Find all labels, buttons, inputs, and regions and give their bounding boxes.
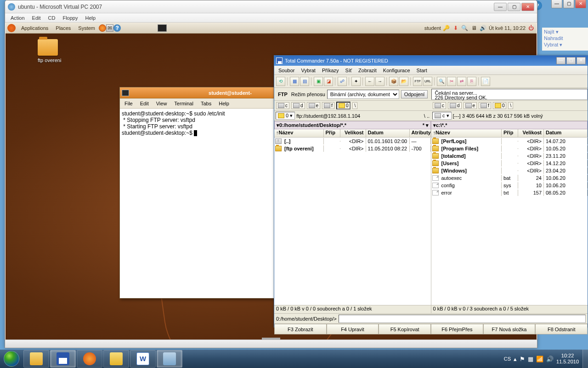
col-name[interactable]: ↑Název <box>431 129 502 137</box>
vpc-minimize-button[interactable]: — <box>494 3 507 11</box>
shutdown-icon[interactable]: ⏻ <box>527 24 535 32</box>
col-size[interactable]: Velikost <box>518 129 544 137</box>
host-find-link[interactable]: Najít ▾ <box>544 29 586 35</box>
search-icon[interactable]: 🔍 <box>461 24 469 32</box>
drive-c-right[interactable]: c <box>433 102 446 109</box>
tb-sync-icon[interactable]: ⇄ <box>457 77 466 86</box>
term-menu-tabs[interactable]: Tabs <box>197 100 215 107</box>
drive-e-left[interactable]: e <box>307 102 321 109</box>
taskbtn-outlook[interactable] <box>23 350 49 368</box>
help-launcher-icon[interactable]: ? <box>113 24 121 32</box>
col-ext[interactable]: Příp <box>502 129 518 137</box>
tc-menu-start[interactable]: Start <box>413 67 430 74</box>
gnome-menu-applications[interactable]: Applications <box>17 25 52 31</box>
taskbtn-firefox[interactable] <box>77 350 102 368</box>
drive-c-left[interactable]: c <box>276 102 289 109</box>
update-icon[interactable]: ⬇ <box>452 24 459 32</box>
drive-f-right[interactable]: f <box>479 102 491 109</box>
vpc-close-button[interactable]: ✕ <box>521 3 534 11</box>
monitor-icon[interactable]: 🖥 <box>470 24 478 32</box>
tb-pack-icon[interactable]: 📦 <box>389 77 398 86</box>
fkey-f6[interactable]: F6 PřejmPřes <box>431 324 483 334</box>
mail-launcher-icon[interactable]: ✉ <box>106 24 113 32</box>
tray-arrow-icon[interactable]: ▴ <box>514 356 517 362</box>
table-row[interactable]: configsys1010.06.20 <box>431 182 588 189</box>
tb-back-icon[interactable]: ← <box>365 77 374 86</box>
tb-view-full-icon[interactable]: ▤ <box>300 77 309 86</box>
tray-clock[interactable]: 10:22 11.5.2010 <box>556 353 579 365</box>
table-row[interactable]: [totalcmd]<DIR>23.11.20 <box>431 152 588 160</box>
col-attr[interactable]: Atributy <box>410 129 431 137</box>
tc-menu-zobrazit[interactable]: Zobrazit <box>355 67 380 74</box>
tray-network-icon[interactable]: 📶 <box>536 356 543 362</box>
drive-d-left[interactable]: d <box>291 102 305 109</box>
table-row[interactable]: [ftp overeni]<DIR>11.05.2010 08:22-700 <box>274 145 431 152</box>
fkey-f5[interactable]: F5 Kopírovat <box>379 324 431 334</box>
drive-d-right[interactable]: d <box>448 102 462 109</box>
table-row[interactable]: [PerfLogs]<DIR>14.07.20 <box>431 138 588 145</box>
tc-left-list[interactable]: [..]<DIR>01.01.1601 02:00—[ftp overeni]<… <box>274 138 431 305</box>
vpc-menu-cd[interactable]: CD <box>45 14 59 22</box>
tb-refresh-icon[interactable]: ⟲ <box>276 77 285 86</box>
taskbtn-vpc[interactable] <box>157 350 182 368</box>
firefox-launcher-icon[interactable] <box>99 24 106 32</box>
fkey-f8[interactable]: F8 Odstranit <box>535 324 588 334</box>
drive-ftp-right[interactable]: 0 <box>493 102 507 109</box>
tb-search-icon[interactable]: 🔍 <box>437 77 446 86</box>
term-menu-edit[interactable]: Edit <box>136 100 153 107</box>
drive-net-right[interactable]: \ <box>508 102 513 109</box>
table-row[interactable]: autoexecbat2410.06.20 <box>431 174 588 182</box>
vpc-menu-action[interactable]: Action <box>7 14 28 22</box>
tc-right-drive-combo[interactable]: c ▾ <box>432 112 452 120</box>
tc-disconnect-button[interactable]: Odpojení <box>401 90 428 98</box>
table-row[interactable]: [Users]<DIR>14.12.20 <box>431 160 588 167</box>
tc-right-breadcrumb[interactable]: ▾c:\*.* <box>431 121 588 129</box>
tc-window[interactable]: Total Commander 7.50a - NOT REGISTERED —… <box>274 55 588 328</box>
tc-menu-prikazy[interactable]: Příkazy <box>319 67 342 74</box>
tray-tc-icon[interactable]: ▦ <box>528 356 533 362</box>
tc-menu-sit[interactable]: Síť <box>342 67 356 74</box>
term-menu-view[interactable]: View <box>153 100 171 107</box>
key-icon[interactable]: 🔑 <box>443 24 450 32</box>
fkey-f3[interactable]: F3 Zobrazit <box>274 324 327 334</box>
tb-notepad-icon[interactable]: 📄 <box>481 77 490 86</box>
drive-ftp-left[interactable]: 0 <box>336 102 351 109</box>
tc-right-list[interactable]: [PerfLogs]<DIR>14.07.20[Program Files]<D… <box>431 138 588 305</box>
tc-left-drive-combo[interactable]: 0 ▾ <box>276 112 295 120</box>
gnome-menu-system[interactable]: System <box>74 25 99 31</box>
term-menu-terminal[interactable]: Terminal <box>170 100 197 107</box>
tb-rename-icon[interactable]: ✂ <box>447 77 456 86</box>
taskbtn-totalcmd[interactable] <box>50 350 76 368</box>
tc-menu-soubor[interactable]: Soubor <box>275 67 298 74</box>
tc-close-button[interactable]: ✕ <box>577 57 586 64</box>
drive-net-left[interactable]: \ <box>352 102 357 109</box>
host-minimize-button[interactable]: — <box>551 0 562 8</box>
volume-icon[interactable]: 🔊 <box>480 24 487 32</box>
table-row[interactable]: [..]<DIR>01.01.1601 02:00— <box>274 138 431 145</box>
tray-volume-icon[interactable]: 🔊 <box>546 356 554 362</box>
drive-f-left[interactable]: f <box>322 102 334 109</box>
tb-ftp-icon[interactable]: ☍ <box>338 77 347 86</box>
drive-e-right[interactable]: e <box>464 102 477 109</box>
vpc-menu-floppy[interactable]: Floppy <box>59 14 81 22</box>
fkey-f7[interactable]: F7 Nová složka <box>483 324 536 334</box>
vpc-menu-edit[interactable]: Edit <box>28 14 45 22</box>
col-date[interactable]: Datum <box>366 129 410 137</box>
host-replace-link[interactable]: Nahradit <box>544 35 586 41</box>
taskbtn-explorer[interactable] <box>103 350 129 368</box>
terminal-launcher-icon[interactable] <box>158 24 167 32</box>
tc-cmd-input[interactable] <box>339 315 586 323</box>
vpc-titlebar[interactable]: ubuntu - Microsoft Virtual PC 2007 — ▢ ✕ <box>5 0 537 13</box>
tc-menu-konfigurace[interactable]: Konfigurace <box>380 67 413 74</box>
tc-menu-vybrat[interactable]: Vybrat <box>298 67 318 74</box>
show-desktop-button[interactable] <box>582 350 588 368</box>
vpc-maximize-button[interactable]: ▢ <box>508 3 520 11</box>
gnome-clock[interactable]: Út kvě 11, 10:22 <box>489 25 526 31</box>
tc-transfer-select[interactable]: Binární (archivy, dokument <box>327 90 399 99</box>
tc-titlebar[interactable]: Total Commander 7.50a - NOT REGISTERED —… <box>274 56 588 66</box>
col-size[interactable]: Velikost <box>340 129 366 137</box>
tb-view-brief-icon[interactable]: ▦ <box>290 77 299 86</box>
term-menu-help[interactable]: Help <box>215 100 233 107</box>
tb-unpack-icon[interactable]: 📂 <box>399 77 408 86</box>
col-ext[interactable]: Příp <box>324 129 340 137</box>
